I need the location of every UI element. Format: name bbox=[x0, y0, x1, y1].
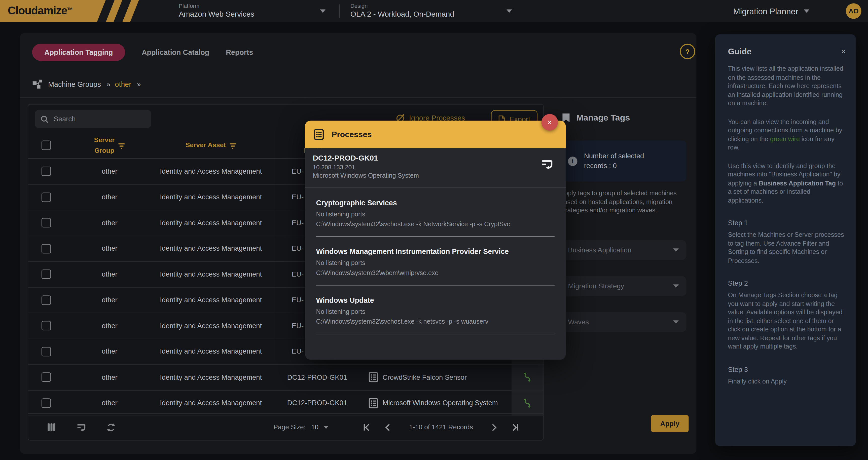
platform-selector[interactable]: Platform Amazon Web Services bbox=[179, 0, 254, 22]
column-header-server-group[interactable]: ServerGroup bbox=[64, 135, 156, 156]
processes-modal: Processes × DC12-PROD-GK01 10.208.133.20… bbox=[305, 121, 566, 360]
records-range: 1-10 of 1421 Records bbox=[399, 423, 483, 431]
dropdown-chevron-down-icon bbox=[673, 249, 679, 252]
row-checkbox[interactable] bbox=[41, 167, 51, 176]
wrap-return-icon[interactable] bbox=[76, 423, 86, 432]
process-entry: Background Intelligent Transfer Service bbox=[316, 334, 555, 339]
machine-groups-icon bbox=[32, 79, 43, 89]
server-group-cell: other bbox=[64, 373, 156, 381]
page-size-label: Page Size: bbox=[273, 423, 306, 431]
filter-icon[interactable] bbox=[229, 142, 237, 149]
tab-application-tagging[interactable]: Application Tagging bbox=[32, 44, 125, 61]
tab-application-catalog[interactable]: Application Catalog bbox=[142, 48, 209, 56]
server-group-cell: other bbox=[64, 270, 156, 278]
process-list-icon bbox=[369, 372, 378, 383]
row-checkbox[interactable] bbox=[41, 295, 51, 305]
wrap-return-icon[interactable] bbox=[540, 158, 554, 170]
page-size-control[interactable]: Page Size: 10 bbox=[273, 414, 329, 440]
guide-close-icon[interactable]: × bbox=[841, 47, 846, 55]
green-wire-icon[interactable] bbox=[523, 398, 532, 408]
apply-button[interactable]: Apply bbox=[651, 415, 689, 432]
design-selector[interactable]: Design OLA 2 - Workload, On-Demand bbox=[350, 0, 454, 22]
process-entry-ports: No listening ports bbox=[316, 259, 555, 266]
column-header-server-asset[interactable]: Server Asset bbox=[156, 140, 266, 151]
connections-cell bbox=[512, 365, 543, 390]
server-group-cell: other bbox=[64, 296, 156, 304]
select-all-checkbox[interactable] bbox=[41, 141, 51, 150]
app-menu-label: Migration Planner bbox=[733, 6, 798, 15]
process-name: Microsoft Windows Operating System bbox=[382, 399, 498, 407]
breadcrumb-separator: » bbox=[137, 80, 140, 88]
process-entry-name: Windows Update bbox=[316, 296, 555, 304]
guide-step-heading: Step 2 bbox=[728, 279, 846, 287]
cloudamize-logo[interactable]: CloudamizeTM bbox=[0, 0, 150, 22]
tag-dropdown[interactable]: Waves bbox=[560, 312, 686, 332]
process-entry: Cryptographic Services No listening port… bbox=[316, 188, 555, 236]
row-checkbox[interactable] bbox=[41, 372, 51, 382]
search-input[interactable] bbox=[53, 114, 138, 123]
process-entry: Windows Management Instrumentation Provi… bbox=[316, 236, 555, 285]
previous-page-button[interactable] bbox=[379, 425, 399, 430]
server-machine-cell: DC12-PROD-GK01 bbox=[266, 399, 368, 407]
avatar[interactable]: AO bbox=[846, 3, 862, 19]
columns-icon[interactable] bbox=[47, 423, 56, 432]
process-entry-ports: No listening ports bbox=[316, 308, 555, 315]
processes-modal-title: Processes bbox=[332, 130, 372, 139]
tag-dropdown-label: Waves bbox=[568, 318, 589, 326]
row-checkbox[interactable] bbox=[41, 244, 51, 253]
design-label: Design bbox=[350, 3, 454, 9]
manage-tags-panel: Manage Tags i Number of selected records… bbox=[551, 104, 696, 440]
section-divider bbox=[20, 97, 696, 98]
server-group-cell: other bbox=[64, 193, 156, 201]
server-asset-cell: Identity and Access Management bbox=[156, 270, 266, 278]
first-page-button[interactable] bbox=[356, 424, 379, 430]
filter-icon[interactable] bbox=[118, 142, 125, 149]
help-button[interactable]: ? bbox=[680, 44, 695, 59]
row-checkbox[interactable] bbox=[41, 193, 51, 202]
platform-chevron-down-icon[interactable] bbox=[320, 9, 326, 12]
breadcrumb-separator: » bbox=[106, 80, 110, 88]
breadcrumb: Machine Groups » other » bbox=[32, 76, 140, 92]
refresh-icon[interactable] bbox=[106, 423, 116, 432]
breadcrumb-other[interactable]: other bbox=[115, 80, 131, 88]
app-menu[interactable]: Migration Planner bbox=[733, 0, 809, 22]
row-checkbox[interactable] bbox=[41, 269, 51, 279]
guide-step-heading: Step 3 bbox=[728, 365, 846, 373]
tag-dropdown[interactable]: Business Application bbox=[560, 240, 686, 260]
last-page-button[interactable] bbox=[503, 424, 526, 430]
server-asset-cell: Identity and Access Management bbox=[156, 348, 266, 356]
guide-step: Step 2 On Manage Tags Section choose a t… bbox=[728, 279, 846, 351]
page-size-value: 10 bbox=[311, 423, 318, 431]
machine-ip: 10.208.133.201 bbox=[313, 164, 557, 170]
next-page-button[interactable] bbox=[483, 425, 503, 430]
row-checkbox[interactable] bbox=[41, 218, 51, 228]
table-row: other Identity and Access Management DC1… bbox=[28, 365, 543, 390]
green-wire-mention: green wire bbox=[770, 135, 800, 142]
row-checkbox[interactable] bbox=[41, 347, 51, 356]
server-asset-cell: Identity and Access Management bbox=[156, 373, 266, 381]
tab-reports[interactable]: Reports bbox=[226, 48, 253, 56]
guide-step-body: Select the Machines or Server processes … bbox=[728, 231, 846, 265]
process-entry-name: Cryptographic Services bbox=[316, 199, 555, 207]
guide-paragraph: Use this view to identify and group the … bbox=[728, 162, 846, 205]
server-asset-cell: Identity and Access Management bbox=[156, 244, 266, 253]
platform-value: Amazon Web Services bbox=[179, 10, 254, 19]
row-checkbox[interactable] bbox=[41, 321, 51, 330]
guide-panel: Guide × This view lists all the applicat… bbox=[715, 34, 856, 446]
close-icon[interactable]: × bbox=[541, 114, 558, 131]
design-chevron-down-icon[interactable] bbox=[506, 9, 512, 12]
tag-dropdown-label: Migration Strategy bbox=[568, 282, 624, 290]
row-checkbox[interactable] bbox=[41, 398, 51, 408]
guide-step: Step 3 Finally click on Apply bbox=[728, 365, 846, 386]
process-entry-ports: No listening ports bbox=[316, 211, 555, 218]
green-wire-icon[interactable] bbox=[523, 372, 532, 383]
info-icon: i bbox=[568, 156, 577, 166]
processes-list-icon bbox=[314, 129, 324, 140]
tag-dropdown[interactable]: Migration Strategy bbox=[560, 276, 686, 296]
platform-label: Platform bbox=[179, 3, 254, 9]
breadcrumb-machine-groups[interactable]: Machine Groups bbox=[48, 80, 101, 88]
process-list: Cryptographic Services No listening port… bbox=[316, 188, 555, 339]
process-entry-command: C:\Windows\system32\svchost.exe -k netsv… bbox=[316, 318, 555, 325]
processes-modal-body: DC12-PROD-GK01 10.208.133.201 Microsoft … bbox=[305, 148, 566, 360]
machine-name: DC12-PROD-GK01 bbox=[313, 154, 557, 162]
